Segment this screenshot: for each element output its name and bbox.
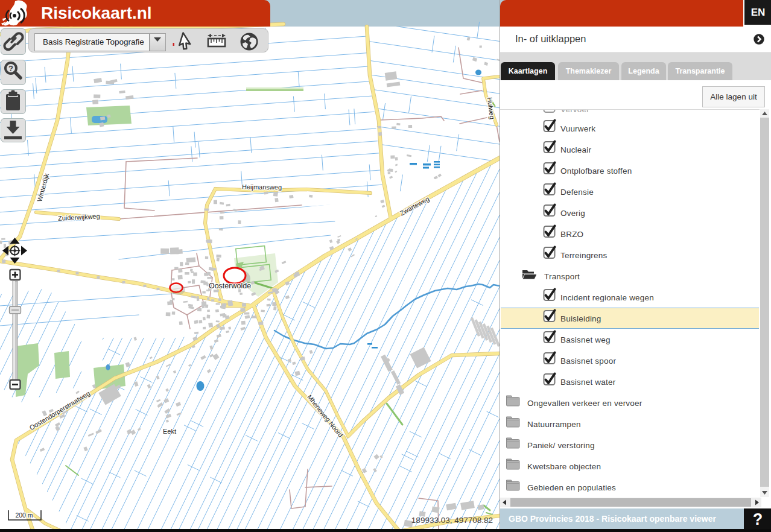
- svg-text:Risicokaart.nl: Risicokaart.nl: [41, 4, 152, 22]
- svg-text:Oosterwolde: Oosterwolde: [209, 282, 251, 290]
- svg-text:?: ?: [8, 64, 13, 73]
- svg-text:Heijmansweg: Heijmansweg: [242, 183, 282, 191]
- svg-text:Eekt: Eekt: [163, 428, 176, 435]
- svg-text:189933.03, 497708.82: 189933.03, 497708.82: [411, 516, 493, 525]
- svg-text:200 m: 200 m: [15, 511, 33, 519]
